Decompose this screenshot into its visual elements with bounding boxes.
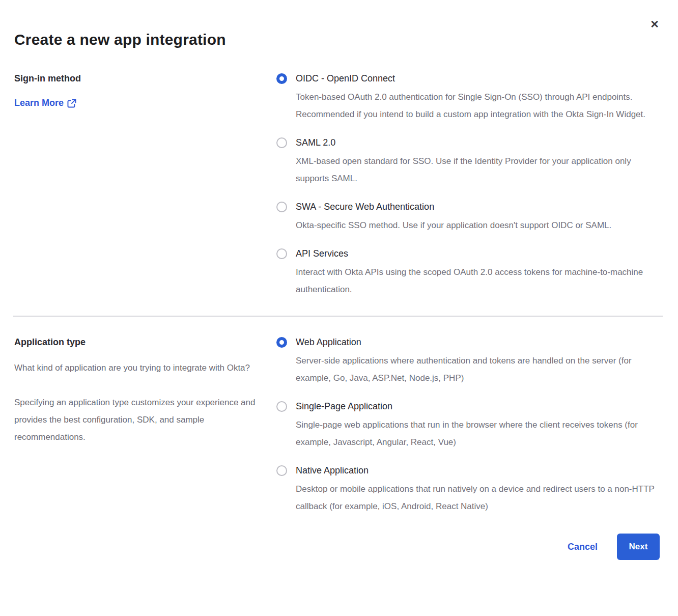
option-description: Server-side applications where authentic… (296, 352, 657, 387)
radio-unselected-icon[interactable] (276, 465, 287, 476)
option-description: Okta-specific SSO method. Use if your ap… (296, 217, 657, 234)
signin-method-options: OIDC - OpenID Connect Token-based OAuth … (276, 72, 678, 298)
signin-option-api-services[interactable]: API Services Interact with Okta APIs usi… (276, 247, 657, 298)
radio-unselected-icon[interactable] (276, 401, 287, 412)
cancel-button[interactable]: Cancel (568, 542, 598, 552)
application-type-options: Web Application Server-side applications… (276, 336, 678, 515)
option-label: OIDC - OpenID Connect (296, 72, 657, 85)
page-title: Create a new app integration (0, 30, 678, 50)
option-label: Native Application (296, 464, 657, 477)
option-description: Interact with Okta APIs using the scoped… (296, 264, 657, 298)
learn-more-link[interactable]: Learn More (14, 98, 76, 108)
option-label: SWA - Secure Web Authentication (296, 201, 657, 213)
option-label: Single-Page Application (296, 400, 657, 412)
radio-unselected-icon[interactable] (276, 202, 287, 212)
option-label: API Services (296, 247, 657, 260)
application-type-help-text: Specifying an application type customize… (14, 394, 256, 446)
option-label: Web Application (296, 336, 657, 348)
learn-more-label: Learn More (14, 98, 64, 108)
radio-unselected-icon[interactable] (276, 137, 287, 148)
option-description: Token-based OAuth 2.0 authentication for… (296, 89, 657, 123)
option-description: Single-page web applications that run in… (296, 416, 657, 451)
apptype-option-spa[interactable]: Single-Page Application Single-page web … (276, 400, 657, 451)
dialog-footer: Cancel Next (0, 534, 678, 560)
application-type-question: What kind of application are you trying … (14, 359, 256, 377)
signin-method-label: Sign-in method (14, 72, 256, 85)
application-type-left-column: Application type What kind of applicatio… (0, 336, 276, 446)
option-description: Desktop or mobile applications that run … (296, 481, 657, 515)
application-type-section: Application type What kind of applicatio… (0, 336, 678, 515)
create-app-integration-dialog: ✕ Create a new app integration Sign-in m… (0, 0, 678, 616)
next-button[interactable]: Next (617, 534, 660, 560)
section-divider (13, 316, 663, 317)
signin-option-oidc[interactable]: OIDC - OpenID Connect Token-based OAuth … (276, 72, 657, 123)
external-link-icon (67, 99, 76, 108)
option-label: SAML 2.0 (296, 136, 657, 149)
apptype-option-web[interactable]: Web Application Server-side applications… (276, 336, 657, 387)
application-type-label: Application type (14, 336, 256, 348)
radio-selected-icon[interactable] (276, 73, 287, 84)
option-description: XML-based open standard for SSO. Use if … (296, 153, 657, 187)
apptype-option-native[interactable]: Native Application Desktop or mobile app… (276, 464, 657, 515)
signin-option-saml[interactable]: SAML 2.0 XML-based open standard for SSO… (276, 136, 657, 187)
signin-option-swa[interactable]: SWA - Secure Web Authentication Okta-spe… (276, 201, 657, 234)
signin-method-section: Sign-in method Learn More OIDC - OpenID … (0, 72, 678, 298)
radio-unselected-icon[interactable] (276, 248, 287, 259)
close-icon[interactable]: ✕ (647, 17, 662, 32)
radio-selected-icon[interactable] (276, 337, 287, 348)
signin-method-left-column: Sign-in method Learn More (0, 72, 276, 108)
